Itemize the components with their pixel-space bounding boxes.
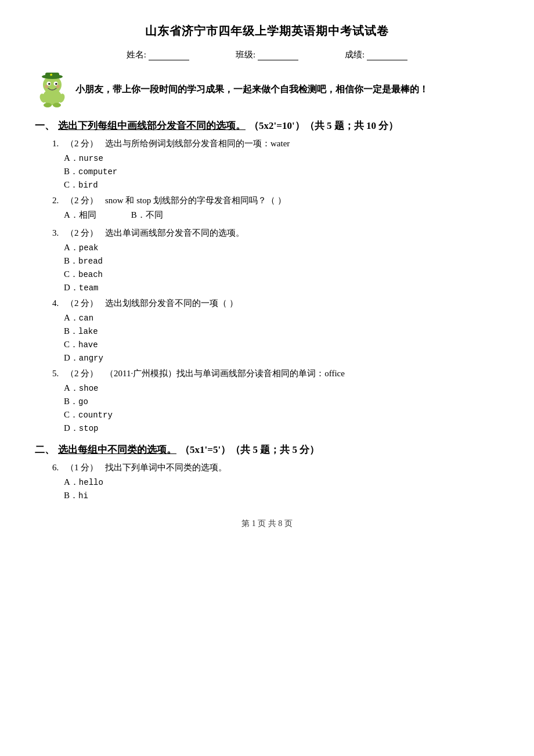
page-footer: 第 1 页 共 8 页 (35, 519, 499, 529)
option-1-5-3: C．country (64, 409, 499, 420)
option-1-3-3: C．beach (64, 269, 499, 280)
option-1-3-4: D．team (64, 282, 499, 293)
sections-container: 一、选出下列每组中画线部分发音不同的选项。（5x2'=10'）（共 5 题；共 … (35, 119, 499, 501)
question-1-1: 1. （2 分） 选出与所给例词划线部分发音相同的一项：waterA．nurse… (52, 138, 499, 190)
section-score: （5x1'=5'）（共 5 题；共 5 分） (180, 443, 319, 456)
question-1-3: 3. （2 分） 选出单词画线部分发音不同的选项。A．peakB．breadC．… (52, 228, 499, 293)
section-title: 选出下列每组中画线部分发音不同的选项。 (58, 119, 246, 132)
question-1-2: 2. （2 分） snow 和 stop 划线部分的字母发音相同吗？（ ）A．相… (52, 195, 499, 223)
mascot-text: 小朋友，带上你一段时间的学习成果，一起来做个自我检测吧，相信你一定是最棒的！ (75, 84, 428, 96)
svg-point-12 (44, 103, 52, 107)
name-field: 姓名: (127, 49, 189, 60)
question-title-2-1: 6. （1 分） 找出下列单词中不同类的选项。 (52, 462, 499, 473)
section-num: 一、 (35, 119, 55, 132)
q-text: 选出划线部分发音不同的一项（ ） (105, 298, 238, 309)
svg-text:★: ★ (49, 73, 53, 77)
question-title-1-4: 4. （2 分） 选出划线部分发音不同的一项（ ） (52, 298, 499, 309)
svg-point-7 (55, 83, 57, 85)
svg-point-8 (45, 85, 48, 88)
option-list-1-1: A．nurseB．computerC．bird (64, 153, 499, 190)
q-text: 选出单词画线部分发音不同的选项。 (105, 228, 244, 239)
q-text: 选出与所给例词划线部分发音相同的一项：water (105, 138, 290, 149)
mascot-row: ★ 小朋友，带上你一段时间的学习成果，一起来做个自我检测吧，相信你一定是最棒的！ (35, 71, 499, 109)
q-num: 4. (52, 298, 59, 308)
question-1-5: 5. （2 分） （2011·广州模拟）找出与单词画线部分读音相同的单词：off… (52, 368, 499, 434)
option-2-1-1: A．hello (64, 477, 499, 488)
q-score: （2 分） (66, 368, 98, 379)
q-num: 6. (52, 463, 59, 473)
section-header-2: 二、选出每组中不同类的选项。（5x1'=5'）（共 5 题；共 5 分） (35, 443, 499, 456)
option-1-4-3: C．have (64, 339, 499, 350)
page-title: 山东省济宁市四年级上学期英语期中考试试卷 (35, 23, 499, 39)
option-2-1-2: B．hi (64, 490, 499, 501)
class-underline[interactable] (258, 50, 298, 60)
svg-point-13 (53, 103, 61, 107)
option-1-5-4: D．stop (64, 423, 499, 434)
name-underline[interactable] (149, 50, 189, 60)
q-num: 1. (52, 139, 59, 149)
option-1-4-2: B．lake (64, 326, 499, 337)
option-1-4-1: A．can (64, 312, 499, 323)
q-num: 5. (52, 369, 59, 379)
option-1-5-1: A．shoe (64, 383, 499, 394)
section-1: 一、选出下列每组中画线部分发音不同的选项。（5x2'=10'）（共 5 题；共 … (35, 119, 499, 434)
q-text: 找出下列单词中不同类的选项。 (105, 462, 227, 473)
question-title-1-5: 5. （2 分） （2011·广州模拟）找出与单词画线部分读音相同的单词：off… (52, 368, 499, 379)
q-score: （2 分） (66, 138, 98, 149)
question-title-1-2: 2. （2 分） snow 和 stop 划线部分的字母发音相同吗？（ ） (52, 195, 499, 206)
option-list-1-5: A．shoeB．goC．countryD．stop (64, 383, 499, 434)
option-1-2-1: A．相同 (64, 210, 96, 221)
section-num: 二、 (35, 443, 55, 456)
option-1-3-1: A．peak (64, 242, 499, 253)
q-score: （2 分） (66, 298, 98, 309)
page-wrapper: 山东省济宁市四年级上学期英语期中考试试卷 姓名: 班级: 成绩: (35, 23, 499, 529)
question-2-1: 6. （1 分） 找出下列单词中不同类的选项。A．helloB．hi (52, 462, 499, 501)
q-score: （2 分） (66, 195, 98, 206)
section-score: （5x2'=10'）（共 5 题；共 10 分） (249, 119, 398, 132)
option-1-1-3: C．bird (64, 179, 499, 190)
score-field: 成绩: (345, 49, 407, 60)
option-list-2-1: A．helloB．hi (64, 477, 499, 501)
question-1-4: 4. （2 分） 选出划线部分发音不同的一项（ ）A．canB．lakeC．ha… (52, 298, 499, 363)
section-header-1: 一、选出下列每组中画线部分发音不同的选项。（5x2'=10'）（共 5 题；共 … (35, 119, 499, 132)
q-text: snow 和 stop 划线部分的字母发音相同吗？（ ） (105, 195, 286, 206)
q-score: （1 分） (66, 462, 98, 473)
class-field: 班级: (236, 49, 298, 60)
question-title-1-3: 3. （2 分） 选出单词画线部分发音不同的选项。 (52, 228, 499, 239)
q-num: 3. (52, 228, 59, 238)
option-list-1-4: A．canB．lakeC．haveD．angry (64, 312, 499, 363)
question-title-1-1: 1. （2 分） 选出与所给例词划线部分发音相同的一项：water (52, 138, 499, 149)
section-title: 选出每组中不同类的选项。 (58, 443, 176, 456)
option-list-1-3: A．peakB．breadC．beachD．team (64, 242, 499, 293)
score-underline[interactable] (367, 50, 407, 60)
option-1-2-2: B．不同 (131, 210, 163, 221)
q-num: 2. (52, 196, 59, 206)
q-score: （2 分） (66, 228, 98, 239)
option-1-1-2: B．computer (64, 166, 499, 177)
section-2: 二、选出每组中不同类的选项。（5x1'=5'）（共 5 题；共 5 分）6. （… (35, 443, 499, 501)
svg-point-6 (48, 83, 50, 85)
svg-point-9 (56, 85, 60, 88)
option-list-1-2: A．相同B．不同 (64, 210, 499, 223)
option-1-4-4: D．angry (64, 352, 499, 363)
info-row: 姓名: 班级: 成绩: (35, 49, 499, 60)
option-1-3-2: B．bread (64, 255, 499, 267)
mascot-icon: ★ (35, 71, 70, 109)
option-1-1-1: A．nurse (64, 153, 499, 164)
option-1-5-2: B．go (64, 396, 499, 407)
q-text: （2011·广州模拟）找出与单词画线部分读音相同的单词：office (105, 368, 345, 379)
